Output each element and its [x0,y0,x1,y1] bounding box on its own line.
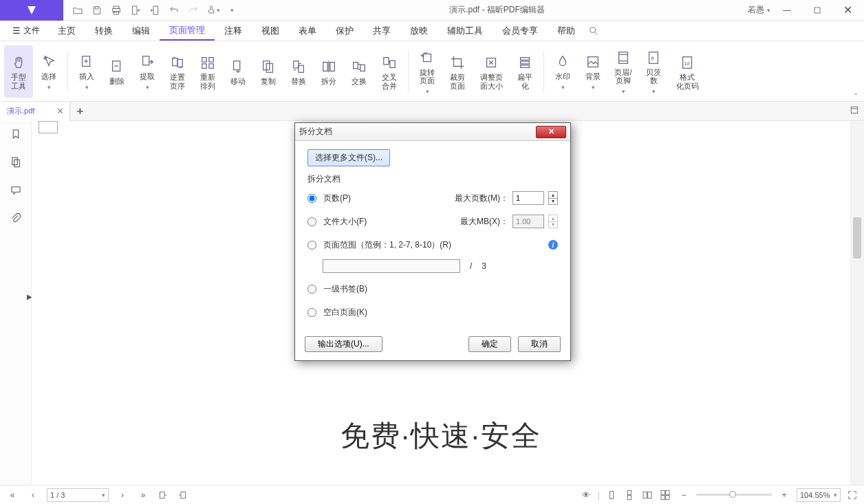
user-name[interactable]: 若愚 [748,4,764,16]
menu-edit[interactable]: 编辑 [122,21,160,41]
option-filesize-radio[interactable] [307,217,316,226]
redo-icon[interactable] [184,1,202,19]
maximize-button[interactable] [803,0,831,21]
swap-button[interactable]: 交换 [345,45,374,98]
first-page-icon[interactable]: « [6,490,19,500]
zoom-in-icon[interactable]: + [777,490,791,500]
fullscreen-icon[interactable] [846,489,858,501]
menu-present[interactable]: 放映 [400,21,438,41]
formatcode-button[interactable]: 1#格式 化页码 [669,45,705,98]
attachments-panel-icon[interactable] [10,212,22,227]
new-tab-button[interactable]: + [70,105,89,118]
duplicate-button[interactable]: 复制 [254,45,283,98]
menu-vip[interactable]: 会员专享 [493,21,548,41]
max-pages-spinner[interactable]: ▲▼ [548,191,558,205]
document-tab[interactable]: 演示.pdf ✕ [0,102,70,121]
ribbon-collapse-icon[interactable]: ⌃ [853,92,858,100]
insert-button[interactable]: 插入▾ [72,45,101,98]
dialog-titlebar[interactable]: 拆分文档 ✕ [295,123,570,141]
zoom-handle[interactable] [729,491,736,498]
bates-button[interactable]: #贝茨 数▾ [639,45,668,98]
comments-panel-icon[interactable] [10,184,22,199]
option-bookmark-radio[interactable] [307,285,316,294]
hand-tool-button[interactable]: 手型 工具 [4,45,33,98]
menu-view[interactable]: 视图 [252,21,289,41]
zoom-value-input[interactable]: 104.55%▾ [797,488,841,502]
max-mb-input [512,215,544,228]
move-button[interactable]: 移动 [224,45,252,98]
info-icon[interactable]: i [548,240,558,250]
menu-bar: ☰文件 主页 转换 编辑 页面管理 注释 视图 表单 保护 共享 放映 辅助工具… [0,21,864,41]
split-button[interactable]: 拆分 [314,45,343,98]
continuous-icon[interactable] [623,489,636,501]
nav-forward-icon[interactable] [176,489,188,501]
menu-home[interactable]: 主页 [48,21,85,41]
resize-button[interactable]: 调整页 面大小 [473,45,509,98]
output-options-button[interactable]: 输出选项(U)... [305,336,382,352]
extract-button[interactable]: 提取▾ [133,45,162,98]
option-range-radio[interactable] [307,241,316,250]
menu-page-manage[interactable]: 页面管理 [160,21,215,41]
dialog-close-button[interactable]: ✕ [536,126,566,138]
zoom-out-icon[interactable]: − [677,490,691,500]
crop-button[interactable]: 裁剪 页面 [443,45,472,98]
merge-button[interactable]: 交叉 合并 [375,45,404,98]
svg-rect-50 [661,495,665,499]
rotate-button[interactable]: 旋转 页面▾ [413,45,442,98]
option-blank-radio[interactable] [307,308,316,317]
menu-help[interactable]: 帮助 [548,21,585,41]
max-pages-label: 最大页数(M)： [455,193,508,204]
open-icon[interactable] [69,1,87,19]
delete-button[interactable]: 删除 [102,45,131,98]
ok-button[interactable]: 确定 [468,336,511,352]
headerfooter-button[interactable]: 页眉/ 页脚▾ [609,45,638,98]
flatten-button[interactable]: 扁平 化 [510,45,539,98]
search-icon[interactable] [585,21,603,41]
background-button[interactable]: 背景▾ [579,45,607,98]
menu-convert[interactable]: 转换 [85,21,122,41]
bookmark-panel-icon[interactable] [10,128,22,142]
file-menu[interactable]: ☰文件 [4,21,48,41]
max-pages-input[interactable] [512,191,544,205]
export-icon[interactable] [127,1,144,19]
print-icon[interactable] [107,1,125,19]
page-number-input[interactable]: 1 / 3 ▾ [47,488,109,502]
replace-button[interactable]: 替换 [284,45,313,98]
tabstrip-menu-icon[interactable] [849,105,860,118]
scroll-thumb[interactable] [853,217,861,259]
page-content-text: 免费·快速·安全 [32,417,850,455]
zoom-slider[interactable] [696,494,772,496]
last-page-icon[interactable]: » [136,490,150,500]
close-button[interactable]: ✕ [834,0,861,21]
svg-rect-47 [648,492,651,498]
menu-form[interactable]: 表单 [289,21,326,41]
reverse-button[interactable]: 逆置 页序 [163,45,192,98]
save-icon[interactable] [88,1,106,19]
minimize-button[interactable]: ― [773,0,801,21]
facing-continuous-icon[interactable] [659,489,671,501]
option-pages-radio[interactable] [307,194,316,203]
vertical-scrollbar[interactable] [850,121,864,485]
cancel-button[interactable]: 取消 [518,336,561,352]
menu-annotate[interactable]: 注释 [215,21,252,41]
prev-page-icon[interactable]: ‹ [26,490,40,500]
readmode-icon[interactable]: 👁 [580,489,592,501]
select-tool-button[interactable]: 选择▾ [34,45,63,98]
menu-share[interactable]: 共享 [363,21,400,41]
nav-back-icon[interactable] [157,489,169,501]
select-more-files-button[interactable]: 选择更多文件(S)... [307,149,390,166]
qat-more-icon[interactable]: ▾ [223,1,241,19]
next-page-icon[interactable]: › [116,490,129,500]
menu-protect[interactable]: 保护 [326,21,363,41]
watermark-button[interactable]: 水印▾ [548,45,577,98]
menu-tools[interactable]: 辅助工具 [438,21,493,41]
touch-icon[interactable]: ▾ [204,1,222,19]
pages-panel-icon[interactable] [10,156,22,171]
tab-close-icon[interactable]: ✕ [56,106,64,116]
undo-icon[interactable] [165,1,183,19]
single-page-icon[interactable] [605,489,618,501]
user-menu-icon[interactable]: ▾ [767,7,770,14]
import-icon[interactable] [146,1,164,19]
rearrange-button[interactable]: 重新 排列 [193,45,222,98]
facing-icon[interactable] [641,489,654,501]
